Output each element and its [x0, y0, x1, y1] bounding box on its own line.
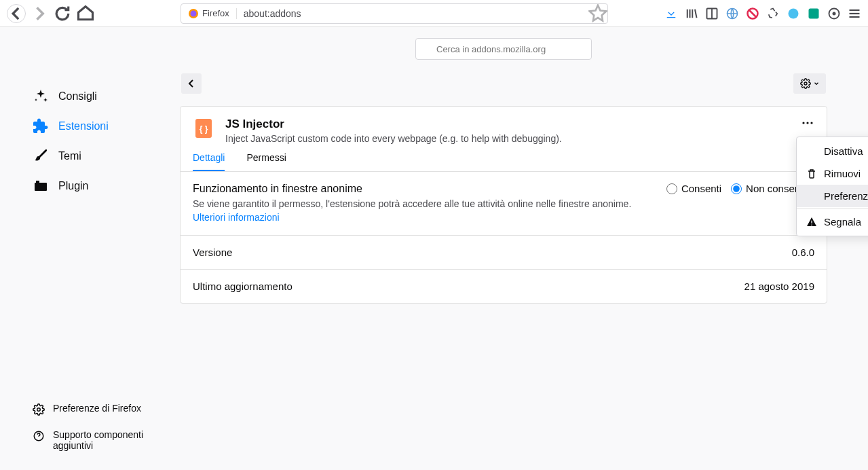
extension-name: JS Injector: [225, 118, 562, 131]
reload-button[interactable]: [53, 4, 72, 23]
downloads-icon[interactable]: [664, 7, 678, 20]
version-row: Versione 0.6.0: [181, 236, 827, 270]
back-nav-button[interactable]: [7, 4, 26, 23]
trash-icon: [806, 168, 817, 179]
svg-text:{ }: { }: [200, 124, 208, 134]
version-value: 0.6.0: [792, 247, 814, 258]
ext-icon-2[interactable]: [807, 7, 820, 20]
tab-permissions[interactable]: Permessi: [246, 152, 286, 171]
browser-toolbar: Firefox about:addons: [0, 0, 868, 27]
chevron-down-icon: [813, 80, 820, 87]
noscript-icon[interactable]: [746, 7, 759, 20]
extension-tabbar: Dettagli Permessi: [181, 152, 827, 172]
extension-dropdown-menu: Disattiva Rimuovi Preferenze Segnala: [796, 137, 868, 236]
sidebar-label: Consigli: [58, 90, 97, 103]
sidebar-label: Estensioni: [58, 120, 109, 132]
dropdown-report[interactable]: Segnala: [797, 211, 868, 233]
svg-point-7: [789, 8, 799, 18]
main-content: { } JS Injector Inject JavaScript custom…: [180, 27, 868, 469]
sidebar-label: Plugin: [58, 180, 88, 192]
svg-rect-14: [35, 183, 47, 191]
home-button[interactable]: [76, 4, 95, 23]
warning-icon: [806, 217, 817, 228]
extension-description: Inject JavaScript custom code into every…: [225, 133, 562, 144]
firefox-prefs-link[interactable]: Preferenze di Firefox: [27, 399, 159, 420]
dropdown-disable[interactable]: Disattiva: [797, 140, 868, 162]
sidebar-item-extensions[interactable]: Estensioni: [27, 111, 159, 141]
puzzle-icon: [33, 118, 49, 134]
sparkle-icon: [33, 88, 49, 105]
private-title: Funzionamento in finestre anonime: [193, 183, 653, 195]
private-more-link[interactable]: Ulteriori informazioni: [193, 212, 280, 223]
addon-search-input[interactable]: [415, 38, 592, 60]
gear-icon: [33, 403, 45, 416]
svg-point-20: [804, 82, 807, 85]
identity-box: Firefox: [181, 8, 237, 19]
svg-line-6: [749, 10, 756, 17]
private-browsing-section: Funzionamento in finestre anonime Se vie…: [181, 172, 827, 236]
url-text: about:addons: [237, 8, 588, 19]
svg-point-23: [802, 122, 804, 124]
support-label: Supporto componenti aggiuntivi: [53, 429, 154, 451]
updated-value: 21 agosto 2019: [744, 281, 814, 292]
sidebar-item-themes[interactable]: Temi: [27, 141, 159, 171]
dropdown-separator: [797, 209, 868, 209]
tab-details[interactable]: Dettagli: [193, 152, 225, 171]
library-icon[interactable]: [685, 7, 698, 20]
help-icon: [33, 430, 45, 442]
updated-label: Ultimo aggiornamento: [193, 281, 293, 292]
prefs-label: Preferenze di Firefox: [53, 403, 141, 414]
url-bar[interactable]: Firefox about:addons: [181, 3, 608, 24]
version-label: Versione: [193, 247, 232, 258]
sidebar-label: Temi: [58, 150, 81, 162]
menu-icon[interactable]: [848, 7, 861, 20]
ext-icon-3[interactable]: [827, 7, 841, 20]
sidebar-item-plugins[interactable]: Plugin: [27, 171, 159, 201]
svg-point-1: [191, 10, 197, 16]
extension-more-button[interactable]: [801, 116, 814, 130]
recycle-icon[interactable]: [766, 7, 780, 20]
brush-icon: [33, 148, 49, 164]
plugin-icon: [33, 178, 49, 194]
more-dots-icon: [801, 116, 814, 130]
svg-point-10: [833, 12, 836, 15]
private-description: Se viene garantito il permesso, l'estens…: [193, 198, 653, 224]
dropdown-remove[interactable]: Rimuovi: [797, 162, 868, 185]
globe-icon[interactable]: [725, 7, 739, 20]
detail-back-button[interactable]: [181, 73, 202, 94]
bookmark-star-icon[interactable]: [588, 4, 607, 23]
tools-gear-button[interactable]: [793, 73, 826, 94]
firefox-icon: [188, 8, 199, 19]
sidebar: Consigli Estensioni Temi Plugin Preferen…: [0, 27, 180, 469]
sidebar-item-recommendations[interactable]: Consigli: [27, 82, 159, 111]
dropdown-preferences[interactable]: Preferenze: [797, 185, 868, 207]
updated-row: Ultimo aggiornamento 21 agosto 2019: [181, 270, 827, 303]
radio-allow[interactable]: Consenti: [666, 183, 721, 194]
forward-nav-button[interactable]: [30, 4, 49, 23]
svg-point-16: [37, 408, 41, 412]
svg-rect-15: [36, 181, 39, 183]
svg-point-25: [810, 122, 812, 124]
svg-rect-8: [809, 8, 819, 18]
identity-label: Firefox: [202, 8, 229, 18]
reader-icon[interactable]: [705, 7, 719, 20]
extension-card: { } JS Injector Inject JavaScript custom…: [180, 106, 827, 304]
ext-icon-1[interactable]: [787, 7, 800, 20]
extension-logo-icon: { }: [193, 118, 214, 139]
support-link[interactable]: Supporto componenti aggiuntivi: [27, 425, 159, 455]
svg-point-24: [806, 122, 808, 124]
gear-icon: [800, 78, 811, 89]
